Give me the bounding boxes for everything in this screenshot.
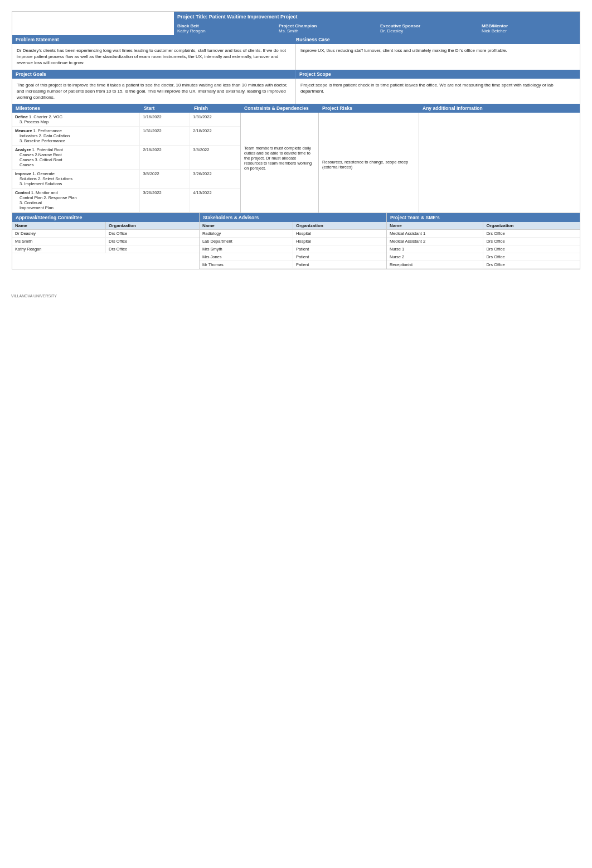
phase-control: Control 1. Monitor and Control Plan 2. R… xyxy=(12,189,140,212)
champion-value: Ms. Smith xyxy=(279,28,373,33)
phase-improve: Improve 1. Generate Solutions 2. Select … xyxy=(12,170,140,188)
scope-text: Project scope is from patient check in t… xyxy=(296,79,580,104)
approval-name-2: Ms Smith xyxy=(12,238,106,245)
team-org-5: Drs Office xyxy=(483,261,580,268)
team-col-headers: Name Organization xyxy=(387,222,580,230)
stakeholders-org-col: Organization xyxy=(293,222,386,229)
control-start: 3/26/2022 xyxy=(140,189,190,212)
goals-body: The goal of this project is to improve t… xyxy=(12,79,580,104)
list-item: Medical Assistant 1 Drs Office xyxy=(387,230,580,238)
approval-col-headers: Name Organization xyxy=(12,222,199,230)
scope-label: Project Scope xyxy=(296,70,580,79)
stakeholders-table: Stakeholders & Advisors Name Organizatio… xyxy=(200,213,387,269)
milestones-right: Team members must complete daily duties … xyxy=(241,113,580,213)
team-org-col: Organization xyxy=(483,222,580,229)
stakeholder-name-2: Lab Department xyxy=(200,238,293,245)
problem-statement-header: Problem Statement xyxy=(16,37,296,42)
team-name-3: Nurse 1 xyxy=(387,245,484,253)
table-row: Define 1. Charter 2. VOC 3. Process Map … xyxy=(12,113,240,127)
stakeholder-org-1: Hospital xyxy=(293,230,386,237)
start-col-header: Start xyxy=(140,104,191,113)
approval-org-1: Drs Office xyxy=(106,230,199,237)
improve-start: 3/8/2022 xyxy=(140,170,190,188)
list-item: Lab Department Hospital xyxy=(200,238,386,245)
list-item: Kathy Reagan Drs Office xyxy=(12,245,199,253)
problem-body: Dr Deasley's clients has been experienci… xyxy=(12,44,580,70)
business-case-text: Improve UX, thus reducing staff turnover… xyxy=(296,44,580,70)
sponsor-col: Executive Sponsor Dr. Deasley xyxy=(377,22,478,35)
list-item: Dr Deasley Drs Office xyxy=(12,230,199,238)
team-org-2: Drs Office xyxy=(483,238,580,245)
analyze-start: 2/18/2022 xyxy=(140,146,190,169)
stakeholder-org-3: Patient xyxy=(293,245,386,253)
approval-name-3: Kathy Reagan xyxy=(12,245,106,253)
team-name-col: Name xyxy=(387,222,484,229)
measure-finish: 2/18/2022 xyxy=(190,127,240,145)
footer: VILLANOVA UNIVERSITY xyxy=(11,292,581,300)
list-item: Radiology Hospital xyxy=(200,230,386,238)
team-header: Project Team & SME's xyxy=(387,213,580,222)
table-row: Measure 1. Performance Indicators 2. Dat… xyxy=(12,127,240,146)
milestones-body: Define 1. Charter 2. VOC 3. Process Map … xyxy=(12,113,580,213)
team-org-1: Drs Office xyxy=(483,230,580,237)
list-item: Nurse 2 Drs Office xyxy=(387,253,580,261)
define-finish: 1/31/2022 xyxy=(190,113,240,126)
header-left-blank xyxy=(12,12,174,35)
header-cols: Black Belt Kathy Reagan Project Champion… xyxy=(174,22,580,35)
approval-org-3: Drs Office xyxy=(106,245,199,253)
header-right: Project Title: Patient Waitime Improveme… xyxy=(174,12,580,35)
constraints-col-header: Constraints & Dependencies xyxy=(241,104,319,113)
stakeholder-name-4: Mrs Jones xyxy=(200,253,293,261)
table-row: Improve 1. Generate Solutions 2. Select … xyxy=(12,170,240,189)
constraints-content: Team members must complete daily duties … xyxy=(241,113,319,213)
phase-define: Define 1. Charter 2. VOC 3. Process Map xyxy=(12,113,140,126)
list-item: Mrs Jones Patient xyxy=(200,253,386,261)
approval-org-col: Organization xyxy=(106,222,199,229)
list-item: Nurse 1 Drs Office xyxy=(387,245,580,253)
risks-col-header: Project Risks xyxy=(319,104,419,113)
risks-content: Resources, resistence to change, scope c… xyxy=(319,113,419,213)
black-belt-label: Black Belt xyxy=(177,23,272,28)
champion-label: Project Champion xyxy=(279,23,373,28)
mentor-label: MBB/Mentor xyxy=(482,23,576,28)
team-table: Project Team & SME's Name Organization M… xyxy=(387,213,580,269)
page-wrapper: Project Title: Patient Waitime Improveme… xyxy=(12,11,580,269)
stakeholder-org-5: Patient xyxy=(293,261,386,268)
team-name-5: Receptionist xyxy=(387,261,484,268)
list-item: Medical Assistant 2 Drs Office xyxy=(387,238,580,245)
team-name-1: Medical Assistant 1 xyxy=(387,230,484,237)
phase-analyze: Analyze 1. Potential Root Causes 2.Narro… xyxy=(12,146,140,169)
approval-name-1: Dr Deasley xyxy=(12,230,106,237)
list-item: Receptionist Drs Office xyxy=(387,261,580,269)
stakeholders-col-headers: Name Organization xyxy=(200,222,386,230)
team-name-2: Medical Assistant 2 xyxy=(387,238,484,245)
goals-label: Project Goals xyxy=(12,70,296,79)
business-case-header: Business Case xyxy=(296,37,576,42)
sponsor-value: Dr. Deasley xyxy=(380,28,475,33)
list-item: Mrs Smyth Patient xyxy=(200,245,386,253)
stakeholder-org-2: Hospital xyxy=(293,238,386,245)
approval-org-2: Drs Office xyxy=(106,238,199,245)
team-org-3: Drs Office xyxy=(483,245,580,253)
bottom-section: Approval/Steering Committee Name Organiz… xyxy=(12,213,580,269)
black-belt-col: Black Belt Kathy Reagan xyxy=(174,22,275,35)
control-finish: 4/13/2022 xyxy=(190,189,240,212)
mentor-value: Nick Belcher xyxy=(482,28,576,33)
table-row: Analyze 1. Potential Root Causes 2.Narro… xyxy=(12,146,240,170)
problem-text: Dr Deasley's clients has been experienci… xyxy=(12,44,296,70)
goals-header: Project Goals Project Scope xyxy=(12,70,580,79)
approval-header: Approval/Steering Committee xyxy=(12,213,199,222)
additional-content xyxy=(419,113,580,213)
team-org-4: Drs Office xyxy=(483,253,580,261)
milestones-col-header: Milestones xyxy=(12,104,140,113)
problem-header: Problem Statement Business Case xyxy=(12,35,580,44)
champion-col: Project Champion Ms. Smith xyxy=(275,22,377,35)
finish-col-header: Finish xyxy=(191,104,241,113)
goals-text: The goal of this project is to improve t… xyxy=(12,79,296,104)
team-name-4: Nurse 2 xyxy=(387,253,484,261)
milestones-table: Define 1. Charter 2. VOC 3. Process Map … xyxy=(12,113,241,213)
black-belt-value: Kathy Reagan xyxy=(177,28,272,33)
stakeholder-org-4: Patient xyxy=(293,253,386,261)
sponsor-label: Executive Sponsor xyxy=(380,23,475,28)
approval-name-col: Name xyxy=(12,222,106,229)
